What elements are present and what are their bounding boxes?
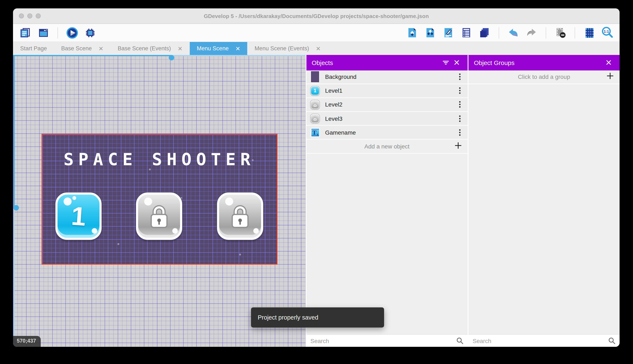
gamename-text-instance[interactable]: SPACE SHOOTER <box>42 150 276 169</box>
layers-icon <box>479 27 490 38</box>
add-new-object-button[interactable]: Add a new object <box>306 140 468 154</box>
object-row-level3[interactable]: Level3 <box>306 112 468 126</box>
toolbar-separator <box>58 27 58 38</box>
object-row-gamename[interactable]: T x Gamename <box>306 126 468 140</box>
app-window: GDevelop 5 - /Users/dkarakay/Documents/G… <box>13 8 619 347</box>
filter-icon <box>442 59 450 66</box>
level1-button-instance[interactable]: 1 <box>55 192 102 240</box>
background-stars <box>42 134 43 136</box>
tab-menu-scene-events[interactable]: Menu Scene (Events) ✕ <box>247 42 328 55</box>
project-manager-button[interactable] <box>19 26 32 39</box>
horizontal-scrollbar[interactable] <box>13 55 305 56</box>
locked-thumbnail <box>311 114 320 123</box>
screen: GDevelop 5 - /Users/dkarakay/Documents/G… <box>0 0 633 364</box>
tab-label: Base Scene (Events) <box>118 45 171 52</box>
toolbar-left <box>19 26 97 39</box>
level1-thumbnail: 1 <box>311 86 320 95</box>
toolbar: 1:1 <box>13 24 619 42</box>
toolbar-separator <box>499 27 499 38</box>
search-icon <box>456 337 463 344</box>
open-instances-list-button[interactable] <box>460 26 473 39</box>
plus-icon <box>606 72 614 81</box>
project-manager-icon <box>20 27 31 38</box>
object-row-level1[interactable]: 1 Level1 <box>306 84 468 98</box>
scene-window[interactable]: SPACE SHOOTER 1 <box>41 134 277 264</box>
save-toast: Project properly saved <box>251 308 384 328</box>
vertical-dots-icon <box>459 129 461 136</box>
plus-icon <box>455 142 462 151</box>
tab-label: Menu Scene (Events) <box>255 45 309 52</box>
scene-editor-canvas[interactable]: SPACE SHOOTER 1 <box>13 55 305 347</box>
toggle-grid-button[interactable] <box>583 26 596 39</box>
vertical-dots-icon <box>459 73 461 80</box>
toggle-objects-panel-button[interactable] <box>406 26 419 39</box>
tab-close-icon[interactable]: ✕ <box>235 45 240 52</box>
zoom-original-button[interactable]: 1:1 <box>601 26 614 39</box>
tab-menu-scene[interactable]: Menu Scene ✕ <box>190 42 247 55</box>
toolbar-separator <box>575 27 575 38</box>
open-scene-button[interactable] <box>37 26 50 39</box>
grid-icon <box>584 27 595 38</box>
tab-base-scene[interactable]: Base Scene ✕ <box>54 42 111 55</box>
search-icon <box>608 337 615 344</box>
horizontal-scrollbar-thumb[interactable] <box>169 55 174 60</box>
object-row-background[interactable]: Background <box>306 70 468 84</box>
tab-base-scene-events[interactable]: Base Scene (Events) ✕ <box>111 42 190 55</box>
object-groups-panel-title: Object Groups <box>474 59 603 66</box>
close-window-button[interactable] <box>19 14 24 18</box>
tab-start-page[interactable]: Start Page <box>13 42 54 55</box>
open-properties-button[interactable] <box>442 26 455 39</box>
objects-panel-icon <box>407 27 418 38</box>
svg-text:x: x <box>316 132 318 136</box>
text-object-icon: T x <box>310 128 320 137</box>
level2-button-instance[interactable] <box>136 192 182 240</box>
traffic-lights <box>13 14 41 18</box>
object-row-level2[interactable]: Level2 <box>306 98 468 112</box>
tab-label: Start Page <box>20 45 47 52</box>
object-menu-button[interactable] <box>456 115 463 122</box>
lock-icon <box>148 204 170 229</box>
lock-icon <box>313 116 317 121</box>
toolbar-separator <box>546 27 546 38</box>
tab-label: Base Scene <box>61 45 92 52</box>
add-group-button[interactable]: Click to add a group <box>468 70 619 84</box>
vertical-dots-icon <box>459 115 461 122</box>
object-menu-button[interactable] <box>456 87 463 94</box>
groups-search-input[interactable] <box>473 337 608 344</box>
undo-icon <box>507 27 519 38</box>
close-icon <box>454 60 460 66</box>
zoom-1-1-icon: 1:1 <box>601 26 614 39</box>
undo-button[interactable] <box>507 26 520 39</box>
close-icon <box>606 60 611 66</box>
object-groups-panel: Object Groups Click to add a group <box>468 55 619 347</box>
minimize-window-button[interactable] <box>27 14 32 18</box>
vertical-scrollbar-thumb[interactable] <box>14 205 19 210</box>
play-button[interactable] <box>66 26 79 39</box>
object-menu-button[interactable] <box>456 129 463 136</box>
objects-panel-title: Objects <box>312 59 440 66</box>
tab-close-icon[interactable]: ✕ <box>316 45 321 52</box>
close-object-groups-panel-button[interactable] <box>603 57 614 68</box>
vertical-scrollbar[interactable] <box>14 55 15 347</box>
object-menu-button[interactable] <box>456 101 463 108</box>
lock-icon <box>313 102 317 107</box>
tab-bar: Start Page Base Scene ✕ Base Scene (Even… <box>13 42 619 55</box>
filter-button[interactable] <box>440 57 451 68</box>
background-thumbnail <box>311 71 319 82</box>
redo-button[interactable] <box>525 26 538 39</box>
objects-search-input[interactable] <box>310 337 456 344</box>
debug-icon <box>84 26 97 39</box>
cursor-coordinates: 570;437 <box>13 336 41 347</box>
titlebar: GDevelop 5 - /Users/dkarakay/Documents/G… <box>13 8 619 24</box>
debug-button[interactable] <box>84 26 97 39</box>
tab-close-icon[interactable]: ✕ <box>178 45 182 52</box>
close-objects-panel-button[interactable] <box>451 57 462 68</box>
zoom-window-button[interactable] <box>36 14 41 18</box>
level3-button-instance[interactable] <box>217 192 263 240</box>
object-menu-button[interactable] <box>456 73 463 80</box>
mask-icon <box>554 27 566 39</box>
open-layers-button[interactable] <box>478 26 491 39</box>
tab-close-icon[interactable]: ✕ <box>98 45 103 52</box>
toggle-object-groups-panel-button[interactable] <box>424 26 437 39</box>
toggle-mask-button[interactable] <box>554 26 567 39</box>
